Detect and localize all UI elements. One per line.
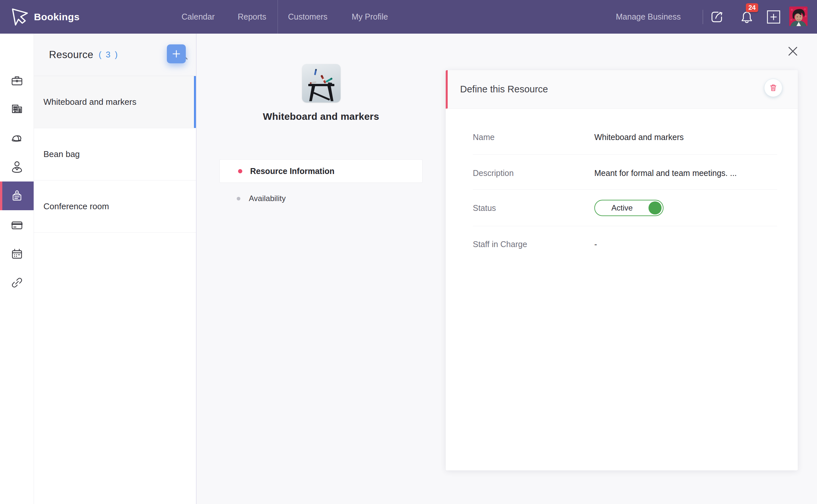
nav-divider-short [703,10,703,24]
resource-signboard-icon [9,188,24,203]
sidebar-item-calendar[interactable] [0,240,34,268]
toggle-knob [649,201,662,214]
share-icon [709,9,724,24]
trash-icon [769,84,778,92]
row-divider [473,226,777,226]
tab-availability[interactable]: Availability [219,191,423,206]
avatar-image [789,7,808,26]
top-navbar: Bookings Calendar Reports Customers My P… [0,0,817,34]
module-sidebar [0,34,34,504]
add-resource-button[interactable] [167,44,186,63]
field-row-staff-in-charge: Staff in Charge - [473,236,778,252]
avatar[interactable] [789,7,808,26]
resource-item-label: Bean bag [43,149,80,159]
credit-card-icon [9,218,24,233]
field-value: Whiteboard and markers [594,133,684,142]
resource-item-label: Whiteboard and markers [43,97,136,107]
sidebar-item-integrations[interactable] [0,268,34,297]
plus-square-icon [766,9,781,24]
resource-list-item[interactable]: Bean bag [34,128,196,181]
sidebar-item-payments[interactable] [0,211,34,240]
field-label: Status [473,203,594,213]
resource-list-item[interactable]: Conference room [34,181,196,233]
define-resource-card: Define this Resource Name Whiteboard and… [446,70,798,470]
tab-resource-information[interactable]: Resource Information [219,159,423,183]
sidebar-item-services[interactable] [0,124,34,152]
field-value: - [594,240,597,249]
field-row-name: Name Whiteboard and markers [473,129,778,145]
sidebar-item-resources[interactable] [0,181,34,210]
resource-detail-view: Whiteboard and markers Resource Informat… [196,34,817,504]
active-tab-dot [238,169,242,173]
field-value: Meant for formal and team meetings. ... [594,168,737,178]
cap-icon [9,131,24,146]
sidebar-item-staff[interactable] [0,152,34,181]
resource-item-label: Conference room [43,201,109,212]
field-label: Staff in Charge [473,240,594,249]
delete-resource-button[interactable] [764,79,782,97]
brand[interactable]: Bookings [11,0,80,34]
bookings-logo-icon [11,8,29,26]
notifications-button[interactable]: 24 [739,9,755,25]
nav-reports[interactable]: Reports [238,0,266,34]
app-window: Bookings Calendar Reports Customers My P… [0,0,817,504]
building-icon [9,101,24,116]
notification-badge: 24 [746,3,758,12]
field-label: Name [473,133,594,142]
resource-list-panel: Resource ( 3 ) Whiteboard and markers Be… [34,34,196,504]
markers-table-photo [302,64,340,102]
link-chain-icon [9,275,24,290]
nav-my-profile[interactable]: My Profile [352,0,388,34]
calendar-grid-icon [9,246,24,261]
nav-divider [277,0,278,34]
row-divider [473,189,777,190]
card-header: Define this Resource [446,70,798,109]
resource-photo [302,64,340,102]
field-row-status: Status Active [473,200,778,216]
resource-list-item[interactable]: Whiteboard and markers [34,76,196,128]
close-icon[interactable] [786,45,799,58]
card-title: Define this Resource [460,84,548,95]
inactive-tab-dot [237,197,240,200]
nav-calendar[interactable]: Calendar [181,0,214,34]
resource-list-header: Resource ( 3 ) [34,34,196,76]
nav-customers[interactable]: Customers [288,0,327,34]
field-label: Description [473,168,594,178]
status-toggle[interactable]: Active [594,200,664,216]
plus-icon [171,49,181,59]
briefcase-icon [9,73,24,88]
sidebar-item-business[interactable] [0,94,34,123]
share-button[interactable] [709,9,725,25]
resource-count: ( 3 ) [99,50,118,60]
panel-title: Resource [49,49,93,61]
sidebar-item-workspace[interactable] [0,67,34,95]
staff-person-icon [9,159,24,174]
row-divider [473,154,777,155]
brand-label: Bookings [34,11,80,23]
quick-add-button[interactable] [765,9,782,25]
manage-business-link[interactable]: Manage Business [616,0,681,34]
field-row-description: Description Meant for formal and team me… [473,165,778,181]
resource-title: Whiteboard and markers [219,111,423,122]
status-toggle-label: Active [611,203,646,213]
